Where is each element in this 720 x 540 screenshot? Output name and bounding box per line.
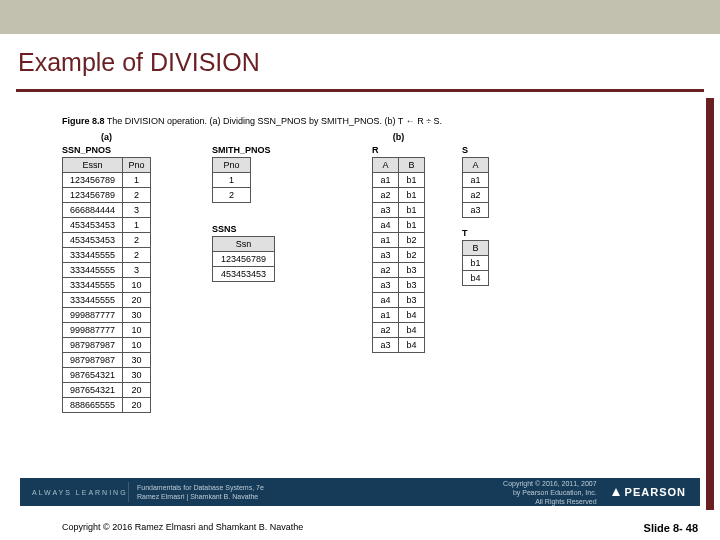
ssn-pnos-name: SSN_PNOS <box>62 145 151 155</box>
r-table: ABa1b1a2b1a3b1a4b1a1b2a3b2a2b3a3b3a4b3a1… <box>372 157 425 353</box>
band-copyright: Copyright © 2016, 2011, 2007 by Pearson … <box>503 479 605 506</box>
smith-pnos-name: SMITH_PNOS <box>212 145 271 155</box>
pearson-icon <box>611 487 621 497</box>
slide-title: Example of DIVISION <box>0 34 720 77</box>
s-table: Aa1a2a3 <box>462 157 489 218</box>
label-a: (a) <box>62 132 151 142</box>
figure-label: Figure 8.8 <box>62 116 105 126</box>
s-name: S <box>462 145 489 155</box>
ssns-name: SSNS <box>212 224 275 234</box>
band-copy1: Copyright © 2016, 2011, 2007 <box>503 479 597 488</box>
band-copy2: by Pearson Education, Inc. <box>503 488 597 497</box>
book-line2: Ramez Elmasri | Shamkant B. Navathe <box>137 492 503 501</box>
slide-number: Slide 8- 48 <box>644 522 698 534</box>
ssn-pnos-table: EssnPno123456789112345678926668844443453… <box>62 157 151 413</box>
right-accent-bar <box>706 98 714 510</box>
book-line1: Fundamentals for Database Systems, 7e <box>137 483 503 492</box>
figure-caption: Figure 8.8 The DIVISION operation. (a) D… <box>62 116 720 126</box>
ssns-table: Ssn123456789453453453 <box>212 236 275 282</box>
t-table: Bb1b4 <box>462 240 489 286</box>
r-name: R <box>372 145 425 155</box>
publisher-band: ALWAYS LEARNING Fundamentals for Databas… <box>20 478 700 506</box>
pearson-brand: PEARSON <box>605 486 700 498</box>
smith-pnos-table: Pno12 <box>212 157 251 203</box>
pearson-text: PEARSON <box>625 486 686 498</box>
figure-text: The DIVISION operation. (a) Dividing SSN… <box>107 116 442 126</box>
tables-area: (a) SSN_PNOS EssnPno12345678911234567892… <box>62 132 720 442</box>
footer: Copyright © 2016 Ramez Elmasri and Shamk… <box>0 522 720 534</box>
t-name: T <box>462 228 489 238</box>
book-info: Fundamentals for Database Systems, 7e Ra… <box>129 483 503 501</box>
footer-copyright: Copyright © 2016 Ramez Elmasri and Shamk… <box>62 522 303 534</box>
title-underline <box>16 89 704 92</box>
top-bar <box>0 0 720 34</box>
always-learning: ALWAYS LEARNING <box>20 489 128 496</box>
band-copy3: All Rights Reserved <box>503 497 597 506</box>
label-b: (b) <box>372 132 425 142</box>
